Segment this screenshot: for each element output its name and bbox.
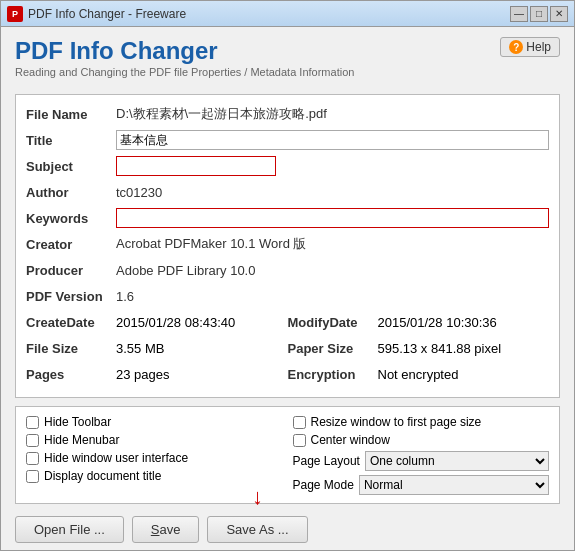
save-button[interactable]: Save [132,516,200,543]
subject-label: Subject [26,159,116,174]
pdf-version-value: 1.6 [116,289,549,304]
display-doc-title-row: Display document title [26,469,283,483]
file-name-value: D:\教程素材\一起游日本旅游攻略.pdf [116,105,549,123]
help-label: Help [526,40,551,54]
hide-menubar-label: Hide Menubar [44,433,119,447]
center-window-label: Center window [311,433,390,447]
app-icon: P [7,6,23,22]
pages-col: Pages 23 pages [26,367,288,382]
buttons-row: Open File ... Save ↓ Save As ... [15,516,560,543]
modify-date-value: 2015/01/28 10:30:36 [378,315,497,330]
creator-label: Creator [26,237,116,252]
title-bar: P PDF Info Changer - Freeware — □ ✕ [1,1,574,27]
subject-row: Subject [26,155,549,177]
paper-size-col: Paper Size 595.13 x 841.88 pixel [288,341,550,356]
hide-window-ui-label: Hide window user interface [44,451,188,465]
red-arrow-icon: ↓ [252,486,263,508]
modify-date-label: ModifyDate [288,315,378,330]
file-size-col: File Size 3.55 MB [26,341,288,356]
options-section: Hide Toolbar Hide Menubar Hide window us… [15,406,560,504]
options-grid: Hide Toolbar Hide Menubar Hide window us… [26,415,549,495]
create-date-value: 2015/01/28 08:43:40 [116,315,235,330]
file-size-value: 3.55 MB [116,341,164,356]
maximize-button[interactable]: □ [530,6,548,22]
title-bar-left: P PDF Info Changer - Freeware [7,6,186,22]
window-title: PDF Info Changer - Freeware [28,7,186,21]
file-name-row: File Name D:\教程素材\一起游日本旅游攻略.pdf [26,103,549,125]
pages-label: Pages [26,367,116,382]
page-layout-row: Page Layout One column [293,451,550,471]
page-layout-label: Page Layout [293,454,360,468]
hide-toolbar-checkbox[interactable] [26,416,39,429]
app-title: PDF Info Changer [15,37,354,65]
subject-input[interactable] [116,156,276,176]
encryption-value: Not encrypted [378,367,459,382]
open-file-button[interactable]: Open File ... [15,516,124,543]
producer-value: Adobe PDF Library 10.0 [116,263,549,278]
dates-row: CreateDate 2015/01/28 08:43:40 ModifyDat… [26,311,549,333]
author-row: Author tc01230 [26,181,549,203]
options-right: Resize window to first page size Center … [293,415,550,495]
save-as-button[interactable]: Save As ... [207,516,307,543]
pdf-version-row: PDF Version 1.6 [26,285,549,307]
create-date-label: CreateDate [26,315,116,330]
save-label: Save [151,522,181,537]
window-controls: — □ ✕ [510,6,568,22]
title-label: Title [26,133,116,148]
pages-row: Pages 23 pages Encryption Not encrypted [26,363,549,385]
resize-window-label: Resize window to first page size [311,415,482,429]
center-window-checkbox[interactable] [293,434,306,447]
resize-window-checkbox[interactable] [293,416,306,429]
author-label: Author [26,185,116,200]
title-input[interactable] [116,130,549,150]
app-subtitle: Reading and Changing the PDF file Proper… [15,66,354,78]
info-section: File Name D:\教程素材\一起游日本旅游攻略.pdf Title Su… [15,94,560,398]
minimize-button[interactable]: — [510,6,528,22]
hide-menubar-checkbox[interactable] [26,434,39,447]
hide-window-ui-checkbox[interactable] [26,452,39,465]
author-value: tc01230 [116,185,549,200]
save-as-label: Save As ... [226,522,288,537]
create-date-col: CreateDate 2015/01/28 08:43:40 [26,315,288,330]
open-file-label: Open File ... [34,522,105,537]
display-doc-title-checkbox[interactable] [26,470,39,483]
hide-window-ui-row: Hide window user interface [26,451,283,465]
keywords-row: Keywords [26,207,549,229]
help-icon: ? [509,40,523,54]
close-button[interactable]: ✕ [550,6,568,22]
title-row: Title [26,129,549,151]
center-window-row: Center window [293,433,550,447]
producer-row: Producer Adobe PDF Library 10.0 [26,259,549,281]
file-name-label: File Name [26,107,116,122]
page-mode-select[interactable]: Normal [359,475,549,495]
help-button[interactable]: ? Help [500,37,560,57]
producer-label: Producer [26,263,116,278]
creator-value: Acrobat PDFMaker 10.1 Word 版 [116,235,549,253]
keywords-label: Keywords [26,211,116,226]
page-mode-row: Page Mode Normal [293,475,550,495]
encryption-label: Encryption [288,367,378,382]
options-left: Hide Toolbar Hide Menubar Hide window us… [26,415,283,495]
resize-window-row: Resize window to first page size [293,415,550,429]
paper-size-value: 595.13 x 841.88 pixel [378,341,502,356]
app-header: PDF Info Changer Reading and Changing th… [15,37,560,78]
content-area: PDF Info Changer Reading and Changing th… [1,27,574,550]
page-layout-select[interactable]: One column [365,451,549,471]
hide-toolbar-label: Hide Toolbar [44,415,111,429]
file-size-label: File Size [26,341,116,356]
main-window: P PDF Info Changer - Freeware — □ ✕ PDF … [0,0,575,551]
hide-menubar-row: Hide Menubar [26,433,283,447]
display-doc-title-label: Display document title [44,469,161,483]
keywords-input[interactable] [116,208,549,228]
paper-size-label: Paper Size [288,341,378,356]
pages-value: 23 pages [116,367,170,382]
page-mode-label: Page Mode [293,478,354,492]
size-row: File Size 3.55 MB Paper Size 595.13 x 84… [26,337,549,359]
pdf-version-label: PDF Version [26,289,116,304]
app-header-left: PDF Info Changer Reading and Changing th… [15,37,354,78]
creator-row: Creator Acrobat PDFMaker 10.1 Word 版 [26,233,549,255]
save-as-container: ↓ Save As ... [207,516,307,543]
encryption-col: Encryption Not encrypted [288,367,550,382]
hide-toolbar-row: Hide Toolbar [26,415,283,429]
modify-date-col: ModifyDate 2015/01/28 10:30:36 [288,315,550,330]
